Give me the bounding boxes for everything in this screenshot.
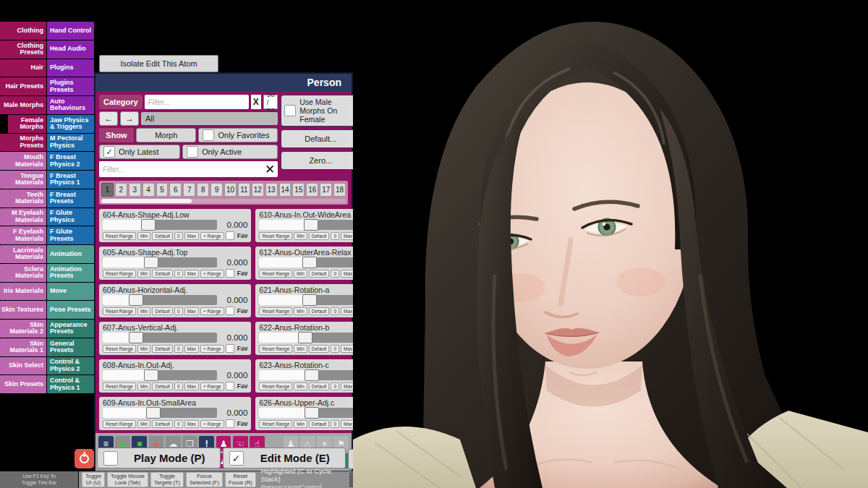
only-latest-checkbox[interactable]: ✓	[103, 146, 115, 158]
zero-value-button[interactable]: 0	[174, 345, 183, 353]
default-value-button[interactable]: Default	[152, 270, 173, 278]
default-value-button[interactable]: Default	[152, 307, 173, 315]
sidebar-item-left[interactable]: Female Morphs	[0, 115, 46, 133]
slider-handle[interactable]	[298, 332, 312, 343]
reset-range-button[interactable]: Reset Range	[103, 307, 136, 315]
range-button[interactable]: + Range	[200, 345, 224, 353]
min-button[interactable]: Min	[294, 345, 307, 353]
category-next-button[interactable]: →	[120, 111, 139, 126]
default-value-button[interactable]: Default	[152, 232, 173, 240]
sidebar-item-right[interactable]: Auto Behaviours	[47, 96, 94, 114]
only-latest-toggle[interactable]: ✓ Only Latest	[99, 145, 180, 159]
page-button[interactable]: 5	[156, 183, 169, 197]
play-mode-button[interactable]: Play Mode (P)	[97, 448, 221, 468]
sidebar-item-left[interactable]: M Eyelash Materials	[0, 208, 46, 226]
sidebar-item-left[interactable]: Skin Materials 2	[0, 320, 46, 338]
page-button[interactable]: 17	[320, 183, 332, 197]
fav-checkbox[interactable]	[226, 269, 234, 278]
play-mode-checkbox[interactable]	[103, 451, 118, 466]
page-button[interactable]: 2	[115, 183, 127, 197]
min-button[interactable]: Min	[137, 420, 150, 428]
sidebar-item-left[interactable]: Sclera Materials	[0, 264, 46, 282]
only-active-toggle[interactable]: Only Active	[182, 145, 278, 159]
page-button[interactable]: 9	[210, 183, 223, 197]
sidebar-item-left[interactable]: Hair	[0, 59, 46, 77]
page-button[interactable]: 14	[279, 183, 292, 197]
slider-handle[interactable]	[129, 332, 143, 343]
sidebar-item-left[interactable]: Lacrimals Materials	[0, 245, 46, 263]
morph-slider[interactable]	[103, 333, 217, 343]
default-value-button[interactable]: Default	[152, 345, 173, 353]
min-button[interactable]: Min	[294, 420, 307, 428]
min-button[interactable]: Min	[137, 307, 150, 315]
reset-range-button[interactable]: Reset Range	[259, 382, 292, 390]
sidebar-item-right[interactable]: F Glute Presets	[47, 226, 94, 244]
isolate-edit-atom-button[interactable]: Isolate Edit This Atom	[99, 55, 218, 72]
sidebar-item-left[interactable]: Clothing Presets	[0, 40, 46, 59]
zero-value-button[interactable]: 0	[331, 232, 339, 240]
page-button[interactable]: 8	[197, 183, 209, 197]
min-button[interactable]: Min	[294, 232, 307, 240]
slider-handle[interactable]	[302, 257, 317, 268]
zero-value-button[interactable]: 0	[331, 345, 339, 353]
sidebar-item-right[interactable]: F Breast Physics 2	[47, 152, 94, 170]
sidebar-item-left[interactable]: F Eyelash Materials	[0, 226, 46, 244]
default-button[interactable]: Default...	[281, 129, 360, 148]
max-button[interactable]: Max	[184, 382, 199, 390]
sidebar-item-right[interactable]: Control & Physics 1	[47, 375, 94, 393]
zero-value-button[interactable]: 0	[331, 382, 339, 390]
slider-handle[interactable]	[305, 369, 319, 381]
range-button[interactable]: + Range	[200, 270, 224, 278]
zero-button[interactable]: Zero...	[281, 151, 360, 170]
reset-range-button[interactable]: Reset Range	[103, 345, 136, 353]
sidebar-item-right[interactable]: Control & Physics 2	[47, 357, 94, 375]
default-value-button[interactable]: Default	[309, 232, 330, 240]
reset-range-button[interactable]: Reset Range	[103, 232, 136, 240]
fav-checkbox[interactable]	[226, 382, 234, 390]
page-button[interactable]: 11	[238, 183, 250, 197]
min-button[interactable]: Min	[294, 382, 307, 390]
slider-handle[interactable]	[144, 257, 158, 268]
max-button[interactable]: Max	[184, 232, 199, 240]
sidebar-item-left[interactable]: Morphs Presets	[0, 134, 46, 152]
use-male-morphs-checkbox[interactable]	[284, 105, 296, 116]
sidebar-item-left[interactable]: Tongue Materials	[0, 171, 46, 189]
page-button[interactable]: 10	[224, 183, 237, 197]
max-button[interactable]: Max	[184, 345, 199, 353]
sidebar-item-left[interactable]: Hair Presets	[0, 77, 46, 95]
reset-range-button[interactable]: Reset Range	[259, 345, 292, 353]
slider-handle[interactable]	[302, 294, 317, 306]
max-button[interactable]: Max	[184, 420, 199, 428]
sidebar-item-right[interactable]: F Glute Physics	[47, 208, 94, 226]
sidebar-item-left[interactable]: Skin Select	[0, 357, 46, 375]
range-button[interactable]: + Range	[200, 382, 224, 390]
only-active-checkbox[interactable]	[187, 146, 198, 158]
bottom-bar-button[interactable]: Toggle Mouse Look (Tab)	[107, 472, 148, 487]
min-button[interactable]: Min	[137, 345, 150, 353]
min-button[interactable]: Min	[294, 307, 307, 315]
zero-value-button[interactable]: 0	[174, 382, 183, 390]
sidebar-item-left[interactable]: Skin Textures	[0, 301, 46, 319]
default-value-button[interactable]: Default	[309, 345, 330, 353]
sidebar-item-right[interactable]: Pose Presets	[47, 301, 94, 319]
min-button[interactable]: Min	[137, 382, 150, 390]
edit-mode-button[interactable]: ✓ Edit Mode (E)	[223, 448, 346, 468]
default-value-button[interactable]: Default	[152, 420, 173, 428]
morph-filter-clear-icon[interactable]: ✕	[265, 162, 278, 177]
slider-handle[interactable]	[129, 294, 143, 306]
min-button[interactable]: Min	[137, 232, 150, 240]
sidebar-item-right[interactable]: Appearance Presets	[47, 320, 94, 338]
sidebar-item-right[interactable]: Animation	[47, 245, 94, 263]
slider-handle[interactable]	[144, 369, 158, 381]
bottom-bar-button[interactable]: Focus Selected (F)	[186, 472, 223, 487]
sidebar-item-right[interactable]: Jaw Physics & Triggers	[47, 115, 94, 133]
reset-range-button[interactable]: Reset Range	[259, 420, 292, 428]
page-button[interactable]: 6	[169, 183, 182, 197]
zero-value-button[interactable]: 0	[174, 270, 183, 278]
sidebar-item-right[interactable]: M Pectoral Physics	[47, 134, 94, 152]
viewport-3d[interactable]	[353, 0, 868, 488]
reset-range-button[interactable]: Reset Range	[103, 420, 136, 428]
category-select[interactable]: All	[141, 112, 278, 125]
sidebar-item-right[interactable]: Move	[47, 283, 94, 301]
page-button[interactable]: 13	[265, 183, 278, 197]
